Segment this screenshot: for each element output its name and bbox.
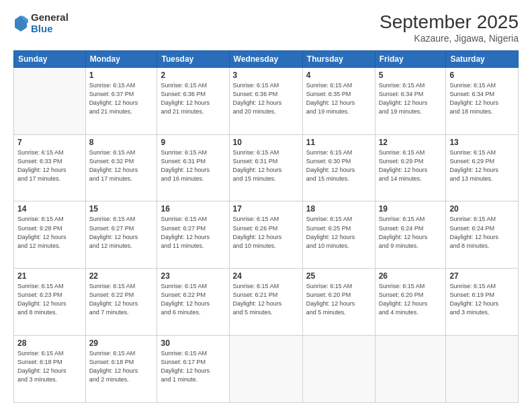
calendar-cell bbox=[229, 336, 302, 403]
calendar-cell bbox=[302, 336, 375, 403]
calendar-cell bbox=[14, 67, 86, 134]
day-number: 30 bbox=[161, 338, 225, 348]
calendar-cell: 13Sunrise: 6:15 AMSunset: 6:29 PMDayligh… bbox=[446, 134, 519, 201]
calendar-cell: 12Sunrise: 6:15 AMSunset: 6:29 PMDayligh… bbox=[375, 134, 446, 201]
day-info: Sunrise: 6:15 AMSunset: 6:22 PMDaylight:… bbox=[89, 282, 154, 317]
day-info: Sunrise: 6:15 AMSunset: 6:19 PMDaylight:… bbox=[449, 282, 515, 317]
day-info: Sunrise: 6:15 AMSunset: 6:27 PMDaylight:… bbox=[161, 215, 225, 250]
calendar-cell: 29Sunrise: 6:15 AMSunset: 6:18 PMDayligh… bbox=[85, 336, 157, 403]
day-number: 13 bbox=[449, 138, 515, 147]
day-number: 23 bbox=[161, 271, 225, 281]
day-info: Sunrise: 6:15 AMSunset: 6:33 PMDaylight:… bbox=[17, 148, 82, 183]
day-number: 22 bbox=[89, 271, 154, 281]
day-info: Sunrise: 6:15 AMSunset: 6:29 PMDaylight:… bbox=[379, 148, 443, 183]
calendar-cell: 26Sunrise: 6:15 AMSunset: 6:20 PMDayligh… bbox=[375, 269, 446, 336]
calendar-cell: 3Sunrise: 6:15 AMSunset: 6:36 PMDaylight… bbox=[229, 67, 302, 134]
day-number: 10 bbox=[233, 138, 299, 147]
day-info: Sunrise: 6:15 AMSunset: 6:23 PMDaylight:… bbox=[17, 282, 82, 317]
col-header-wednesday: Wednesday bbox=[229, 50, 302, 67]
logo-blue-text: Blue bbox=[31, 24, 69, 35]
calendar-cell: 19Sunrise: 6:15 AMSunset: 6:24 PMDayligh… bbox=[375, 201, 446, 269]
calendar-cell: 2Sunrise: 6:15 AMSunset: 6:36 PMDaylight… bbox=[157, 67, 229, 134]
day-number: 24 bbox=[233, 271, 299, 281]
calendar-header-row: SundayMondayTuesdayWednesdayThursdayFrid… bbox=[14, 50, 519, 67]
day-number: 2 bbox=[161, 71, 225, 80]
day-info: Sunrise: 6:15 AMSunset: 6:17 PMDaylight:… bbox=[161, 349, 225, 384]
day-info: Sunrise: 6:15 AMSunset: 6:20 PMDaylight:… bbox=[306, 282, 371, 317]
day-info: Sunrise: 6:15 AMSunset: 6:21 PMDaylight:… bbox=[233, 282, 299, 317]
calendar-cell: 11Sunrise: 6:15 AMSunset: 6:30 PMDayligh… bbox=[302, 134, 375, 201]
calendar-week-5: 28Sunrise: 6:15 AMSunset: 6:18 PMDayligh… bbox=[14, 336, 519, 403]
calendar-cell: 23Sunrise: 6:15 AMSunset: 6:22 PMDayligh… bbox=[157, 269, 229, 336]
day-info: Sunrise: 6:15 AMSunset: 6:25 PMDaylight:… bbox=[306, 215, 371, 250]
day-number: 7 bbox=[17, 138, 82, 147]
col-header-monday: Monday bbox=[85, 50, 157, 67]
day-number: 19 bbox=[379, 204, 443, 214]
day-number: 8 bbox=[89, 138, 154, 147]
day-info: Sunrise: 6:15 AMSunset: 6:24 PMDaylight:… bbox=[379, 215, 443, 250]
day-info: Sunrise: 6:15 AMSunset: 6:31 PMDaylight:… bbox=[161, 148, 225, 183]
col-header-saturday: Saturday bbox=[446, 50, 519, 67]
title-block: September 2025 Kazaure, Jigawa, Nigeria bbox=[380, 12, 519, 44]
calendar-subtitle: Kazaure, Jigawa, Nigeria bbox=[380, 33, 519, 44]
day-number: 6 bbox=[449, 71, 515, 80]
calendar-cell: 15Sunrise: 6:15 AMSunset: 6:27 PMDayligh… bbox=[85, 201, 157, 269]
calendar-table: SundayMondayTuesdayWednesdayThursdayFrid… bbox=[13, 50, 519, 403]
day-info: Sunrise: 6:15 AMSunset: 6:29 PMDaylight:… bbox=[449, 148, 515, 183]
day-number: 27 bbox=[449, 271, 515, 281]
calendar-cell: 9Sunrise: 6:15 AMSunset: 6:31 PMDaylight… bbox=[157, 134, 229, 201]
day-number: 21 bbox=[17, 271, 82, 281]
day-number: 14 bbox=[17, 204, 82, 214]
day-number: 12 bbox=[379, 138, 443, 147]
logo: General Blue bbox=[13, 12, 69, 34]
day-number: 16 bbox=[161, 204, 225, 214]
col-header-tuesday: Tuesday bbox=[157, 50, 229, 67]
calendar-cell: 1Sunrise: 6:15 AMSunset: 6:37 PMDaylight… bbox=[85, 67, 157, 134]
day-info: Sunrise: 6:15 AMSunset: 6:35 PMDaylight:… bbox=[306, 81, 371, 116]
calendar-week-2: 7Sunrise: 6:15 AMSunset: 6:33 PMDaylight… bbox=[14, 134, 519, 201]
day-number: 26 bbox=[379, 271, 443, 281]
day-info: Sunrise: 6:15 AMSunset: 6:18 PMDaylight:… bbox=[89, 349, 154, 384]
day-info: Sunrise: 6:15 AMSunset: 6:30 PMDaylight:… bbox=[306, 148, 371, 183]
calendar-cell: 4Sunrise: 6:15 AMSunset: 6:35 PMDaylight… bbox=[302, 67, 375, 134]
calendar-week-1: 1Sunrise: 6:15 AMSunset: 6:37 PMDaylight… bbox=[14, 67, 519, 134]
calendar-cell: 22Sunrise: 6:15 AMSunset: 6:22 PMDayligh… bbox=[85, 269, 157, 336]
day-info: Sunrise: 6:15 AMSunset: 6:24 PMDaylight:… bbox=[449, 215, 515, 250]
day-info: Sunrise: 6:15 AMSunset: 6:31 PMDaylight:… bbox=[233, 148, 299, 183]
calendar-cell: 16Sunrise: 6:15 AMSunset: 6:27 PMDayligh… bbox=[157, 201, 229, 269]
day-info: Sunrise: 6:15 AMSunset: 6:22 PMDaylight:… bbox=[161, 282, 225, 317]
calendar-cell bbox=[446, 336, 519, 403]
day-number: 4 bbox=[306, 71, 371, 80]
day-number: 29 bbox=[89, 338, 154, 348]
day-number: 11 bbox=[306, 138, 371, 147]
day-number: 15 bbox=[89, 204, 154, 214]
logo-general-text: General bbox=[31, 12, 69, 24]
calendar-week-4: 21Sunrise: 6:15 AMSunset: 6:23 PMDayligh… bbox=[14, 269, 519, 336]
calendar-cell: 5Sunrise: 6:15 AMSunset: 6:34 PMDaylight… bbox=[375, 67, 446, 134]
calendar-cell: 28Sunrise: 6:15 AMSunset: 6:18 PMDayligh… bbox=[14, 336, 86, 403]
calendar-cell: 7Sunrise: 6:15 AMSunset: 6:33 PMDaylight… bbox=[14, 134, 86, 201]
header: General Blue September 2025 Kazaure, Jig… bbox=[13, 12, 519, 44]
day-info: Sunrise: 6:15 AMSunset: 6:32 PMDaylight:… bbox=[89, 148, 154, 183]
calendar-cell: 18Sunrise: 6:15 AMSunset: 6:25 PMDayligh… bbox=[302, 201, 375, 269]
day-number: 1 bbox=[89, 71, 154, 80]
day-number: 3 bbox=[233, 71, 299, 80]
day-info: Sunrise: 6:15 AMSunset: 6:37 PMDaylight:… bbox=[89, 81, 154, 116]
logo-icon bbox=[13, 14, 28, 33]
col-header-thursday: Thursday bbox=[302, 50, 375, 67]
calendar-cell: 10Sunrise: 6:15 AMSunset: 6:31 PMDayligh… bbox=[229, 134, 302, 201]
calendar-cell: 20Sunrise: 6:15 AMSunset: 6:24 PMDayligh… bbox=[446, 201, 519, 269]
col-header-friday: Friday bbox=[375, 50, 446, 67]
day-number: 28 bbox=[17, 338, 82, 348]
calendar-cell: 30Sunrise: 6:15 AMSunset: 6:17 PMDayligh… bbox=[157, 336, 229, 403]
day-number: 17 bbox=[233, 204, 299, 214]
day-info: Sunrise: 6:15 AMSunset: 6:36 PMDaylight:… bbox=[161, 81, 225, 116]
logo-text: General Blue bbox=[31, 12, 69, 34]
calendar-cell: 6Sunrise: 6:15 AMSunset: 6:34 PMDaylight… bbox=[446, 67, 519, 134]
calendar-cell: 14Sunrise: 6:15 AMSunset: 6:28 PMDayligh… bbox=[14, 201, 86, 269]
day-info: Sunrise: 6:15 AMSunset: 6:27 PMDaylight:… bbox=[89, 215, 154, 250]
day-number: 18 bbox=[306, 204, 371, 214]
calendar-cell: 25Sunrise: 6:15 AMSunset: 6:20 PMDayligh… bbox=[302, 269, 375, 336]
day-info: Sunrise: 6:15 AMSunset: 6:26 PMDaylight:… bbox=[233, 215, 299, 250]
day-info: Sunrise: 6:15 AMSunset: 6:36 PMDaylight:… bbox=[233, 81, 299, 116]
